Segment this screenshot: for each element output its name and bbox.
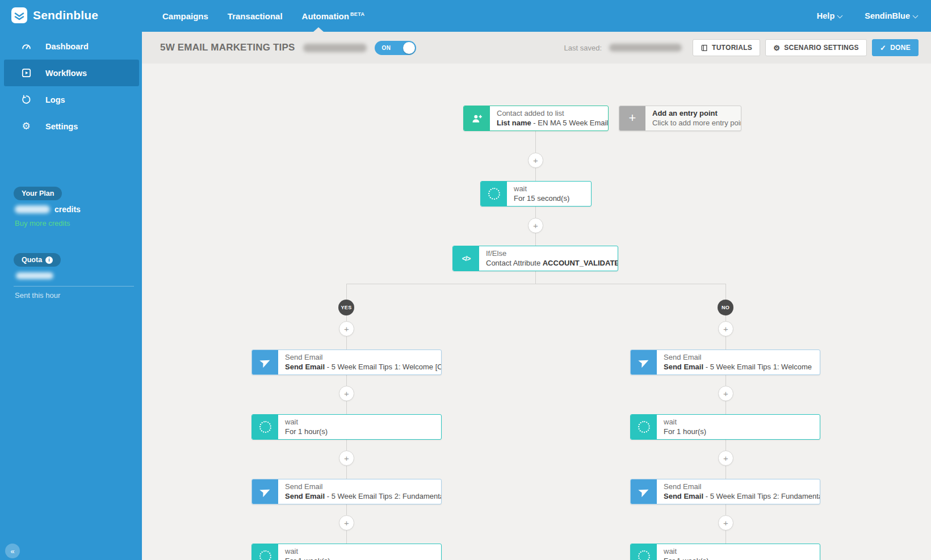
wait-spinner-icon xyxy=(631,415,657,439)
workflow-header-bar: 5W EMAIL MARKETING TIPS ON Last saved: T… xyxy=(142,32,931,64)
logs-history-icon xyxy=(20,94,32,106)
sidebar-item-workflows[interactable]: Workflows xyxy=(4,60,139,86)
paper-plane-icon xyxy=(252,479,278,504)
paper-plane-icon xyxy=(631,479,657,504)
add-step-button[interactable]: + xyxy=(339,321,354,336)
workflow-active-toggle[interactable]: ON xyxy=(375,41,416,55)
plus-icon: + xyxy=(619,106,645,130)
brand-name: Sendinblue xyxy=(33,9,98,22)
wait-15-seconds-node[interactable]: wait For 15 second(s) xyxy=(480,181,592,207)
last-saved-time-redacted xyxy=(609,44,682,52)
primary-nav-tabs: Campaigns Transactional AutomationBETA xyxy=(162,0,364,32)
paper-plane-icon xyxy=(631,350,657,374)
nav-right-links: Help SendinBlue xyxy=(817,0,917,32)
add-step-button[interactable]: + xyxy=(528,153,543,168)
collapse-sidebar-button[interactable]: « xyxy=(5,544,20,558)
wait-node[interactable]: wait For 1 hour(s) xyxy=(251,414,442,440)
workflow-title: 5W EMAIL MARKETING TIPS xyxy=(160,42,295,53)
add-step-button[interactable]: + xyxy=(718,515,733,530)
paper-plane-icon xyxy=(252,350,278,374)
contact-add-icon xyxy=(464,106,490,130)
gear-icon: ⚙ xyxy=(20,121,32,132)
sent-this-hour-label: Sent this hour xyxy=(15,291,60,300)
last-saved-label: Last saved: xyxy=(564,44,602,52)
workflow-canvas: Contact added to list List name - EN MA … xyxy=(142,64,931,560)
toggle-knob xyxy=(403,42,415,54)
add-step-button[interactable]: + xyxy=(339,450,354,466)
sidebar-item-logs[interactable]: Logs xyxy=(0,86,142,113)
sidebar: Dashboard Workflows Logs ⚙ Settings Your… xyxy=(0,32,142,560)
check-icon: ✓ xyxy=(880,44,886,52)
credits-amount-redacted xyxy=(15,205,50,213)
add-step-button[interactable]: + xyxy=(339,515,354,530)
wait-spinner-icon xyxy=(481,182,507,206)
wait-spinner-icon xyxy=(252,415,278,439)
quota-badge: Quota i xyxy=(14,253,61,267)
help-menu[interactable]: Help xyxy=(817,11,842,20)
entry-node-contact-added-to-list[interactable]: Contact added to list List name - EN MA … xyxy=(463,106,609,131)
workflows-icon xyxy=(20,68,32,79)
gear-icon: ⚙ xyxy=(773,44,780,52)
tab-transactional[interactable]: Transactional xyxy=(228,11,283,21)
no-branch-badge: NO xyxy=(718,300,733,315)
chevron-down-icon xyxy=(837,13,843,19)
yes-branch-badge: YES xyxy=(338,300,354,315)
beta-badge: BETA xyxy=(350,11,364,17)
send-email-node[interactable]: Send Email Send Email - 5 Week Email Tip… xyxy=(251,479,442,504)
sidebar-item-dashboard[interactable]: Dashboard xyxy=(0,33,142,60)
send-email-node[interactable]: Send Email Send Email - 5 Week Email Tip… xyxy=(630,479,820,504)
wait-node[interactable]: wait For 1 week(s) xyxy=(630,544,820,560)
top-navigation-bar: Sendinblue Campaigns Transactional Autom… xyxy=(0,0,931,32)
sidebar-item-settings[interactable]: ⚙ Settings xyxy=(0,113,142,140)
tab-automation[interactable]: AutomationBETA xyxy=(302,11,365,21)
sidebar-divider xyxy=(14,286,134,287)
if-else-node[interactable]: </> If/Else Contact Attribute ACCOUNT_VA… xyxy=(452,246,618,271)
add-step-button[interactable]: + xyxy=(339,386,354,401)
info-icon: i xyxy=(45,256,53,264)
done-button[interactable]: ✓ DONE xyxy=(872,39,919,56)
sendinblue-logo-icon xyxy=(11,7,27,23)
add-step-button[interactable]: + xyxy=(718,386,733,401)
connector-line xyxy=(346,284,725,284)
buy-more-credits-link[interactable]: Buy more credits xyxy=(15,219,70,228)
add-step-button[interactable]: + xyxy=(528,218,543,233)
code-condition-icon: </> xyxy=(453,246,479,271)
tutorials-button[interactable]: TUTORIALS xyxy=(693,39,760,56)
book-icon xyxy=(701,44,708,52)
active-tab-notch xyxy=(313,27,324,32)
wait-node[interactable]: wait For 1 hour(s) xyxy=(630,414,820,440)
quota-value-redacted xyxy=(16,272,53,279)
account-menu[interactable]: SendinBlue xyxy=(865,11,917,20)
send-email-node[interactable]: Send Email Send Email - 5 Week Email Tip… xyxy=(251,350,442,375)
scenario-settings-button[interactable]: ⚙ SCENARIO SETTINGS xyxy=(765,39,867,56)
credits-row: credits xyxy=(15,205,81,214)
your-plan-badge: Your Plan xyxy=(14,187,62,200)
wait-node[interactable]: wait For 1 week(s) xyxy=(251,544,442,560)
add-step-button[interactable]: + xyxy=(718,321,733,336)
brand-logo[interactable]: Sendinblue xyxy=(11,7,98,23)
send-email-node[interactable]: Send Email Send Email - 5 Week Email Tip… xyxy=(630,350,820,375)
add-entry-point-node[interactable]: + Add an entry point Click to add more e… xyxy=(619,106,741,131)
wait-spinner-icon xyxy=(631,544,657,560)
wait-spinner-icon xyxy=(252,544,278,560)
tab-campaigns[interactable]: Campaigns xyxy=(162,11,208,21)
add-step-button[interactable]: + xyxy=(718,450,733,466)
dashboard-icon xyxy=(20,41,32,52)
title-note-redacted xyxy=(303,44,367,52)
chevron-down-icon xyxy=(913,13,919,19)
